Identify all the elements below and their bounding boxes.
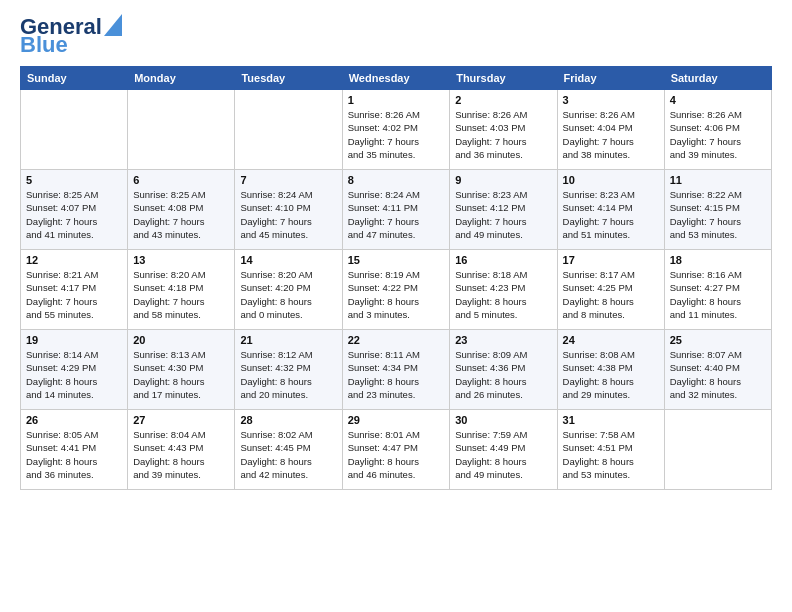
day-info: Sunrise: 8:18 AM Sunset: 4:23 PM Dayligh… xyxy=(455,268,551,321)
page: General Blue SundayMondayTuesdayWednesda… xyxy=(0,0,792,500)
day-info: Sunrise: 8:01 AM Sunset: 4:47 PM Dayligh… xyxy=(348,428,445,481)
calendar-cell: 7Sunrise: 8:24 AM Sunset: 4:10 PM Daylig… xyxy=(235,170,342,250)
header: General Blue xyxy=(20,16,772,56)
day-info: Sunrise: 8:21 AM Sunset: 4:17 PM Dayligh… xyxy=(26,268,122,321)
calendar-cell: 19Sunrise: 8:14 AM Sunset: 4:29 PM Dayli… xyxy=(21,330,128,410)
weekday-header: Sunday xyxy=(21,67,128,90)
calendar-cell: 3Sunrise: 8:26 AM Sunset: 4:04 PM Daylig… xyxy=(557,90,664,170)
day-number: 30 xyxy=(455,414,551,426)
calendar-cell: 14Sunrise: 8:20 AM Sunset: 4:20 PM Dayli… xyxy=(235,250,342,330)
calendar-cell: 1Sunrise: 8:26 AM Sunset: 4:02 PM Daylig… xyxy=(342,90,450,170)
day-number: 6 xyxy=(133,174,229,186)
calendar-cell: 13Sunrise: 8:20 AM Sunset: 4:18 PM Dayli… xyxy=(128,250,235,330)
day-info: Sunrise: 8:17 AM Sunset: 4:25 PM Dayligh… xyxy=(563,268,659,321)
day-number: 16 xyxy=(455,254,551,266)
day-number: 25 xyxy=(670,334,766,346)
day-number: 17 xyxy=(563,254,659,266)
calendar-cell: 6Sunrise: 8:25 AM Sunset: 4:08 PM Daylig… xyxy=(128,170,235,250)
calendar-cell: 9Sunrise: 8:23 AM Sunset: 4:12 PM Daylig… xyxy=(450,170,557,250)
day-number: 23 xyxy=(455,334,551,346)
calendar-cell: 30Sunrise: 7:59 AM Sunset: 4:49 PM Dayli… xyxy=(450,410,557,490)
calendar-cell xyxy=(235,90,342,170)
day-info: Sunrise: 8:25 AM Sunset: 4:08 PM Dayligh… xyxy=(133,188,229,241)
day-number: 12 xyxy=(26,254,122,266)
day-number: 10 xyxy=(563,174,659,186)
day-number: 22 xyxy=(348,334,445,346)
day-info: Sunrise: 8:24 AM Sunset: 4:10 PM Dayligh… xyxy=(240,188,336,241)
calendar-cell: 2Sunrise: 8:26 AM Sunset: 4:03 PM Daylig… xyxy=(450,90,557,170)
day-number: 7 xyxy=(240,174,336,186)
day-info: Sunrise: 8:14 AM Sunset: 4:29 PM Dayligh… xyxy=(26,348,122,401)
day-number: 20 xyxy=(133,334,229,346)
logo: General Blue xyxy=(20,16,122,56)
day-info: Sunrise: 8:13 AM Sunset: 4:30 PM Dayligh… xyxy=(133,348,229,401)
calendar-cell: 5Sunrise: 8:25 AM Sunset: 4:07 PM Daylig… xyxy=(21,170,128,250)
day-number: 3 xyxy=(563,94,659,106)
calendar-cell: 18Sunrise: 8:16 AM Sunset: 4:27 PM Dayli… xyxy=(664,250,771,330)
day-info: Sunrise: 8:07 AM Sunset: 4:40 PM Dayligh… xyxy=(670,348,766,401)
calendar-cell: 15Sunrise: 8:19 AM Sunset: 4:22 PM Dayli… xyxy=(342,250,450,330)
day-info: Sunrise: 7:59 AM Sunset: 4:49 PM Dayligh… xyxy=(455,428,551,481)
logo-triangle-icon xyxy=(104,14,122,36)
calendar-cell: 10Sunrise: 8:23 AM Sunset: 4:14 PM Dayli… xyxy=(557,170,664,250)
day-number: 5 xyxy=(26,174,122,186)
weekday-header: Friday xyxy=(557,67,664,90)
calendar-cell: 24Sunrise: 8:08 AM Sunset: 4:38 PM Dayli… xyxy=(557,330,664,410)
logo-blue: Blue xyxy=(20,34,68,56)
weekday-header: Thursday xyxy=(450,67,557,90)
day-info: Sunrise: 8:02 AM Sunset: 4:45 PM Dayligh… xyxy=(240,428,336,481)
calendar-cell: 21Sunrise: 8:12 AM Sunset: 4:32 PM Dayli… xyxy=(235,330,342,410)
calendar-cell: 4Sunrise: 8:26 AM Sunset: 4:06 PM Daylig… xyxy=(664,90,771,170)
calendar-cell: 28Sunrise: 8:02 AM Sunset: 4:45 PM Dayli… xyxy=(235,410,342,490)
day-info: Sunrise: 8:24 AM Sunset: 4:11 PM Dayligh… xyxy=(348,188,445,241)
day-info: Sunrise: 8:20 AM Sunset: 4:18 PM Dayligh… xyxy=(133,268,229,321)
day-info: Sunrise: 8:20 AM Sunset: 4:20 PM Dayligh… xyxy=(240,268,336,321)
calendar-cell: 22Sunrise: 8:11 AM Sunset: 4:34 PM Dayli… xyxy=(342,330,450,410)
calendar-cell: 23Sunrise: 8:09 AM Sunset: 4:36 PM Dayli… xyxy=(450,330,557,410)
day-info: Sunrise: 8:19 AM Sunset: 4:22 PM Dayligh… xyxy=(348,268,445,321)
calendar-cell: 20Sunrise: 8:13 AM Sunset: 4:30 PM Dayli… xyxy=(128,330,235,410)
calendar-cell: 12Sunrise: 8:21 AM Sunset: 4:17 PM Dayli… xyxy=(21,250,128,330)
day-number: 9 xyxy=(455,174,551,186)
day-number: 26 xyxy=(26,414,122,426)
day-number: 18 xyxy=(670,254,766,266)
weekday-header: Tuesday xyxy=(235,67,342,90)
day-info: Sunrise: 8:23 AM Sunset: 4:12 PM Dayligh… xyxy=(455,188,551,241)
day-info: Sunrise: 8:26 AM Sunset: 4:04 PM Dayligh… xyxy=(563,108,659,161)
calendar-cell: 29Sunrise: 8:01 AM Sunset: 4:47 PM Dayli… xyxy=(342,410,450,490)
calendar-cell xyxy=(664,410,771,490)
day-number: 14 xyxy=(240,254,336,266)
day-number: 21 xyxy=(240,334,336,346)
day-number: 11 xyxy=(670,174,766,186)
day-number: 1 xyxy=(348,94,445,106)
day-info: Sunrise: 8:23 AM Sunset: 4:14 PM Dayligh… xyxy=(563,188,659,241)
svg-marker-0 xyxy=(104,14,122,36)
calendar-cell xyxy=(21,90,128,170)
day-number: 28 xyxy=(240,414,336,426)
calendar-cell: 16Sunrise: 8:18 AM Sunset: 4:23 PM Dayli… xyxy=(450,250,557,330)
day-number: 27 xyxy=(133,414,229,426)
calendar: SundayMondayTuesdayWednesdayThursdayFrid… xyxy=(20,66,772,490)
calendar-cell xyxy=(128,90,235,170)
calendar-cell: 17Sunrise: 8:17 AM Sunset: 4:25 PM Dayli… xyxy=(557,250,664,330)
day-info: Sunrise: 8:25 AM Sunset: 4:07 PM Dayligh… xyxy=(26,188,122,241)
day-info: Sunrise: 8:11 AM Sunset: 4:34 PM Dayligh… xyxy=(348,348,445,401)
calendar-cell: 11Sunrise: 8:22 AM Sunset: 4:15 PM Dayli… xyxy=(664,170,771,250)
day-number: 15 xyxy=(348,254,445,266)
day-info: Sunrise: 7:58 AM Sunset: 4:51 PM Dayligh… xyxy=(563,428,659,481)
day-info: Sunrise: 8:16 AM Sunset: 4:27 PM Dayligh… xyxy=(670,268,766,321)
day-number: 8 xyxy=(348,174,445,186)
day-info: Sunrise: 8:26 AM Sunset: 4:06 PM Dayligh… xyxy=(670,108,766,161)
day-info: Sunrise: 8:09 AM Sunset: 4:36 PM Dayligh… xyxy=(455,348,551,401)
calendar-cell: 25Sunrise: 8:07 AM Sunset: 4:40 PM Dayli… xyxy=(664,330,771,410)
day-number: 29 xyxy=(348,414,445,426)
day-info: Sunrise: 8:12 AM Sunset: 4:32 PM Dayligh… xyxy=(240,348,336,401)
day-number: 31 xyxy=(563,414,659,426)
day-number: 4 xyxy=(670,94,766,106)
weekday-header: Saturday xyxy=(664,67,771,90)
day-number: 2 xyxy=(455,94,551,106)
day-info: Sunrise: 8:04 AM Sunset: 4:43 PM Dayligh… xyxy=(133,428,229,481)
calendar-cell: 27Sunrise: 8:04 AM Sunset: 4:43 PM Dayli… xyxy=(128,410,235,490)
calendar-cell: 31Sunrise: 7:58 AM Sunset: 4:51 PM Dayli… xyxy=(557,410,664,490)
day-info: Sunrise: 8:22 AM Sunset: 4:15 PM Dayligh… xyxy=(670,188,766,241)
